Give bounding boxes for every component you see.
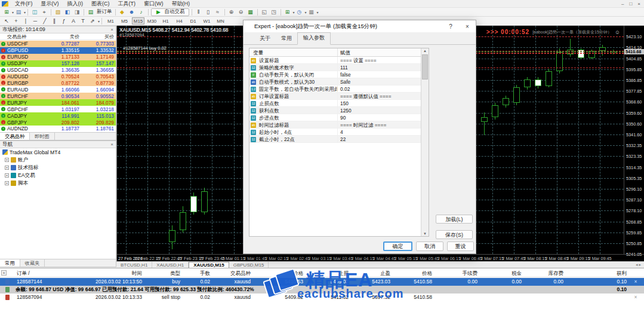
strategy-tester-icon[interactable]: ◨ bbox=[72, 8, 82, 16]
menu-item-6[interactable]: 帮助(H) bbox=[168, 0, 195, 8]
experts-icon[interactable]: ☻ bbox=[127, 8, 137, 16]
param-value[interactable]: 90 bbox=[338, 114, 421, 121]
new-order-label[interactable]: 新订单 bbox=[95, 8, 113, 16]
new-chart-icon[interactable]: ⊞ bbox=[2, 8, 11, 16]
market-watch-row-gbpusd[interactable]: ↓GBPUSD1.335151.33532 bbox=[0, 47, 116, 54]
terminal-column-order[interactable]: 订单 / bbox=[16, 270, 70, 277]
shapes-dropdown-icon[interactable]: ▾ bbox=[98, 19, 100, 23]
chart-tab-btcusd-h1[interactable]: BTCUSD,H1 bbox=[116, 262, 152, 268]
param-value[interactable]: ==== 时间过滤 ==== bbox=[338, 121, 421, 128]
templates-dropdown-icon[interactable]: ▾ bbox=[317, 10, 319, 14]
shapes-icon[interactable]: ⇗ bbox=[88, 17, 97, 25]
navigator-item-item[interactable]: +技术指标 bbox=[0, 164, 116, 172]
param-value[interactable]: false bbox=[338, 71, 421, 78]
navigator-item-ea[interactable]: +EA交易 bbox=[0, 172, 116, 179]
label-icon[interactable]: T bbox=[78, 17, 88, 25]
cancel-button[interactable]: 取消 bbox=[416, 241, 443, 251]
market-watch-row-euraud[interactable]: ↑EURAUD1.660661.66094 bbox=[0, 86, 116, 93]
market-watch-row-gbpchf[interactable]: ↑GBPCHF1.031971.03218 bbox=[0, 106, 116, 112]
dialog-titlebar[interactable]: Expert - [eabook]趋势一次一单 (加载黄金15分钟) ? × bbox=[244, 20, 476, 32]
close-order-button[interactable]: × bbox=[629, 278, 642, 286]
navigator-item-item[interactable]: +账户 bbox=[0, 156, 116, 164]
channel-icon[interactable]: ∥ bbox=[50, 17, 59, 25]
autotrading-icon[interactable]: ▶ bbox=[154, 8, 164, 16]
chart-tab-xauusd-h1[interactable]: XAUUSD,H1 bbox=[152, 262, 189, 268]
timeframe-m15-button[interactable]: M15 bbox=[132, 17, 144, 25]
dialog-tab-item[interactable]: 常用 bbox=[276, 33, 297, 44]
param-value[interactable]: 111 bbox=[338, 64, 421, 71]
market-watch-tab-item[interactable]: 即时图 bbox=[30, 133, 55, 140]
horizontal-line-icon[interactable]: ─ bbox=[30, 17, 40, 25]
arrange-horizontal-icon[interactable]: ◱ bbox=[260, 8, 269, 16]
param-value[interactable]: 22 bbox=[338, 136, 421, 142]
dialog-close-button[interactable]: × bbox=[459, 23, 476, 30]
param-row-2[interactable]: 自动手数开关，默认关闭tffalse bbox=[249, 71, 421, 78]
market-watch-close-icon[interactable]: × bbox=[110, 27, 113, 32]
param-row-10[interactable]: 起始小时，4点124 bbox=[249, 129, 421, 136]
dialog-tab-item[interactable]: 输入参数 bbox=[297, 32, 331, 45]
param-row-8[interactable]: 步进点数1290 bbox=[249, 114, 421, 121]
navigator-root[interactable]: TradeMax Global MT4 bbox=[0, 148, 116, 156]
terminal-column-sl[interactable]: 止损 bbox=[306, 270, 351, 277]
column-ask[interactable]: 买价 bbox=[81, 33, 116, 40]
market-watch-icon[interactable]: ◫ bbox=[30, 8, 39, 16]
market-watch-row-eurusd[interactable]: ↓EURUSD1.171331.17149 bbox=[0, 54, 116, 60]
expand-icon[interactable]: + bbox=[5, 166, 9, 170]
market-watch-row-usdchf[interactable]: ↑USDCHF0.772870.77303 bbox=[0, 41, 116, 47]
vertical-line-icon[interactable]: | bbox=[21, 17, 30, 25]
price-axis[interactable]: 5423.105414.105404.855395.855386.855377.… bbox=[624, 26, 644, 254]
zoom-in-icon[interactable]: ⊕ bbox=[227, 8, 236, 16]
timeframe-h4-button[interactable]: H4 bbox=[173, 17, 186, 25]
close-window-button[interactable]: × bbox=[637, 1, 640, 7]
terminal-column-type[interactable]: 类型 bbox=[144, 270, 183, 277]
param-value[interactable]: 0.02 bbox=[338, 85, 421, 92]
chart-tab-gbpusd-m15[interactable]: GBPUSD,M15 bbox=[229, 262, 269, 268]
navigator-tab-item[interactable]: 常用 bbox=[0, 259, 20, 267]
param-value[interactable]: ==== 设置 ==== bbox=[338, 57, 421, 63]
param-row-0[interactable]: 设置标题ab==== 设置 ==== bbox=[249, 57, 421, 64]
timeframe-m30-button[interactable]: M30 bbox=[146, 17, 158, 25]
terminal-column-lots[interactable]: 手数 bbox=[183, 270, 212, 277]
terminal-column-open-price[interactable]: 价格 bbox=[253, 270, 306, 277]
dialog-tab-item[interactable]: 关于 bbox=[254, 33, 276, 44]
chart-tab-scroll-icons[interactable]: ◂ ▸ bbox=[636, 262, 644, 267]
close-order-button[interactable]: × bbox=[629, 293, 642, 301]
fibonacci-icon[interactable]: ƒ bbox=[59, 17, 69, 25]
expand-icon[interactable]: + bbox=[5, 173, 9, 178]
navigator-icon[interactable]: ▧ bbox=[53, 8, 63, 16]
candle-chart-icon[interactable]: ▯ bbox=[204, 8, 213, 16]
market-watch-row-eurjpy[interactable]: ↓EURJPY184.061184.079 bbox=[0, 99, 116, 106]
terminal-icon[interactable]: ◧ bbox=[63, 8, 72, 16]
time-axis[interactable]: 27 Feb 202627 Feb 22:1527 Feb 22:4527 Fe… bbox=[117, 254, 644, 261]
terminal-column-time[interactable]: 时间 bbox=[70, 270, 144, 277]
expand-icon[interactable]: + bbox=[5, 181, 9, 185]
menu-item-0[interactable]: 文件(F) bbox=[11, 0, 37, 8]
param-value[interactable]: ==== 遵循默认值 ==== bbox=[338, 93, 421, 99]
terminal-column-symbol[interactable]: 交易品种 bbox=[212, 270, 253, 277]
param-row-6[interactable]: 止损点数12150 bbox=[249, 100, 421, 107]
terminal-column-tp[interactable]: 止盈 bbox=[351, 270, 393, 277]
timeframe-h1-button[interactable]: H1 bbox=[159, 17, 172, 25]
timeframe-w1-button[interactable]: W1 bbox=[201, 17, 213, 25]
crosshair-icon[interactable]: + bbox=[11, 17, 21, 25]
balance-row[interactable]: 余额: 99 646.87 USD 净值: 99 646.97 已用预付款: 2… bbox=[0, 286, 644, 293]
save-button[interactable]: 保存(S) bbox=[436, 230, 473, 239]
menu-item-3[interactable]: 图表(C) bbox=[87, 0, 114, 8]
market-watch-row-usdjpy[interactable]: ↑USDJPY157.128157.147 bbox=[0, 60, 116, 67]
market-watch-row-eurgbp[interactable]: ↓EURGBP0.877220.87739 bbox=[0, 80, 116, 87]
chart-tab-xauusd-m15[interactable]: XAUUSD,M15 bbox=[189, 262, 229, 268]
alerts-icon[interactable]: ♪ bbox=[137, 8, 146, 16]
scrollbar-thumb[interactable] bbox=[422, 54, 428, 80]
param-row-7[interactable]: 获利点数121250 bbox=[249, 107, 421, 114]
menu-item-1[interactable]: 显示(V) bbox=[37, 0, 63, 8]
menu-item-5[interactable]: 窗口(W) bbox=[140, 0, 168, 8]
market-watch-row-cadjpy[interactable]: ↑CADJPY114.991115.013 bbox=[0, 112, 116, 119]
order-row-128587094[interactable]: 1285870942026.03.02 10:13:33sell stop0.0… bbox=[0, 293, 644, 301]
ea-smiley-icon[interactable]: ☺ bbox=[615, 29, 620, 35]
line-chart-icon[interactable]: ≈ bbox=[213, 8, 223, 16]
param-row-9[interactable]: 时间过滤标题ab==== 时间过滤 ==== bbox=[249, 121, 421, 129]
param-value[interactable]: 4 bbox=[338, 129, 421, 135]
data-window-icon[interactable]: ⌖ bbox=[39, 8, 49, 16]
terminal-column-price[interactable]: 价格 bbox=[393, 270, 435, 277]
market-watch-row-eurchf[interactable]: ↑EURCHF0.905340.90552 bbox=[0, 93, 116, 99]
